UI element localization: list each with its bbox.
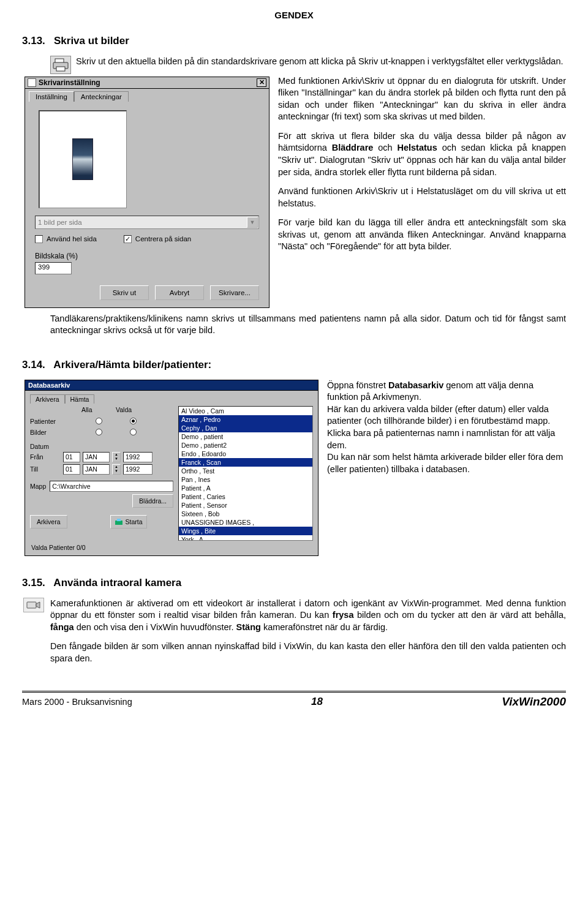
dialog2-status: Valda Patienter 0/0 — [30, 543, 313, 552]
printer-icon — [50, 56, 71, 74]
p315-b2: fånga — [50, 622, 74, 632]
list-item[interactable]: Ortho , Test — [179, 467, 312, 475]
start-button-label: Starta — [126, 518, 143, 525]
scale-input[interactable]: 399 — [35, 262, 72, 274]
from-year[interactable]: 1992 — [123, 452, 153, 462]
svg-rect-3 — [115, 521, 123, 525]
list-item[interactable]: Cephy , Dan — [179, 424, 312, 432]
svg-rect-4 — [117, 519, 121, 521]
dialog1-app-icon — [28, 78, 36, 87]
section-314-title: Arkivera/Hämta bilder/patienter: — [53, 359, 211, 371]
page-number: 18 — [311, 696, 323, 708]
section-314-text: Öppna fönstret Databasarkiv genom att vä… — [327, 380, 566, 476]
section-314-heading: 3.14. Arkivera/Hämta bilder/patienter: — [22, 359, 566, 371]
database-archive-dialog: Databasarkiv ArkiveraHämta Alla Valda Pa… — [24, 380, 318, 556]
list-item[interactable]: Sixteen , Bob — [179, 510, 312, 518]
dialog1-title: Skrivarinställning — [39, 78, 100, 87]
browse-button[interactable]: Bläddra... — [132, 494, 173, 508]
tab-hamta[interactable]: Hämta — [65, 394, 95, 404]
section-315-heading: 3.15. Använda intraoral kamera — [22, 577, 566, 589]
tab-installning[interactable]: Inställning — [29, 91, 74, 102]
patienter-valda-radio[interactable] — [130, 418, 137, 424]
section-314-num: 3.14. — [22, 359, 45, 371]
p3-bold2: Helstatus — [397, 143, 437, 152]
scale-label: Bildskala (%) — [35, 252, 259, 260]
print-button[interactable]: Skriv ut — [100, 285, 149, 300]
section-313-title: Skriva ut bilder — [54, 35, 129, 47]
to-label: Till — [30, 465, 61, 473]
chevron-down-icon[interactable]: ▼ — [247, 217, 258, 228]
p315e: kamerafönstret när du är färdig. — [261, 622, 388, 632]
list-item[interactable]: Patient , Sensor — [179, 501, 312, 510]
to-spinner[interactable]: ▲▼ — [112, 464, 121, 475]
preview-image — [72, 138, 93, 180]
p315-b3: Stäng — [236, 622, 261, 632]
list-item[interactable]: Demo , patient2 — [179, 441, 312, 450]
s314-b: genom att välja denna funktion på Arkivm… — [327, 380, 563, 474]
list-item[interactable]: Demo , patient — [179, 432, 312, 441]
dialog1-close-button[interactable]: ✕ — [257, 78, 266, 87]
cancel-button[interactable]: Avbryt — [155, 285, 204, 300]
row-bilder-label: Bilder — [30, 429, 81, 436]
tab-arkivera[interactable]: Arkivera — [30, 394, 65, 404]
center-on-page-checkbox[interactable]: ✓ — [124, 235, 132, 243]
section-315-p2: Den fångade bilden är som vilken annan n… — [50, 641, 566, 664]
to-month[interactable]: JAN — [83, 464, 110, 475]
list-item[interactable]: Al Video , Cam — [179, 407, 312, 415]
archive-button[interactable]: Arkivera — [30, 515, 67, 528]
section-313-p6: Tandläkarens/praktikens/klinikens namn s… — [50, 313, 566, 337]
svg-rect-5 — [27, 602, 36, 608]
camera-icon — [23, 598, 44, 612]
bilder-alla-radio[interactable] — [96, 429, 102, 435]
patienter-alla-radio[interactable] — [96, 418, 102, 424]
footer-left: Mars 2000 - Bruksanvisning — [22, 697, 132, 707]
to-day[interactable]: 01 — [63, 464, 80, 475]
list-item[interactable]: UNASSIGNED IMAGES , — [179, 518, 312, 527]
col-alla: Alla — [81, 406, 116, 413]
list-item[interactable]: Endo , Edoardo — [179, 450, 312, 458]
product-name: VixWin2000 — [502, 695, 566, 709]
col-valda: Valda — [116, 406, 150, 413]
dialog2-titlebar: Databasarkiv — [24, 380, 318, 391]
printer-button[interactable]: Skrivare... — [210, 285, 259, 300]
list-item[interactable]: Franck , Scan — [179, 458, 312, 467]
print-settings-dialog: Skrivarinställning ✕ InställningAnteckni… — [24, 77, 270, 308]
use-whole-page-checkbox[interactable] — [35, 235, 43, 243]
from-spinner[interactable]: ▲▼ — [112, 452, 121, 462]
combo-value: 1 bild per sida — [38, 219, 82, 226]
from-label: Från — [30, 453, 61, 461]
mapp-input[interactable]: C:\Wxarchive — [50, 481, 173, 492]
images-per-page-combo[interactable]: 1 bild per sida ▼ — [35, 216, 259, 229]
p315c: bilden och om du tycker att den är värd … — [353, 610, 566, 620]
p315d: den och visa den i VixWin huvudfönster. — [74, 622, 236, 632]
s314-a: Öppna fönstret — [327, 380, 388, 390]
section-315-title: Använda intraoral kamera — [53, 577, 181, 589]
footer-divider — [22, 691, 566, 693]
section-315-p1: Kamerafunktionen är aktiverad om ett vid… — [50, 598, 566, 634]
dialog1-tabstrip: InställningAnteckningar — [24, 89, 270, 102]
s314-bold: Databasarkiv — [388, 380, 443, 390]
print-preview — [39, 110, 127, 208]
section-315-num: 3.15. — [22, 577, 45, 589]
to-year[interactable]: 1992 — [123, 464, 153, 475]
section-313-heading: 3.13. Skriva ut bilder — [22, 35, 566, 47]
start-button[interactable]: Starta — [110, 515, 147, 528]
use-whole-page-label: Använd hel sida — [47, 235, 97, 243]
bilder-valda-radio[interactable] — [130, 429, 137, 435]
list-item[interactable]: York , A — [179, 535, 312, 541]
list-item[interactable]: Patient , A — [179, 484, 312, 492]
list-item[interactable]: Wings , Bite — [179, 527, 312, 535]
list-item[interactable]: Patient , Caries — [179, 492, 312, 501]
list-item[interactable]: Pan , Ines — [179, 475, 312, 484]
dialog1-titlebar: Skrivarinställning ✕ — [24, 77, 270, 89]
list-item[interactable]: Aznar , Pedro — [179, 415, 312, 424]
row-patienter-label: Patienter — [30, 418, 81, 425]
section-313-num: 3.13. — [22, 35, 45, 47]
from-month[interactable]: JAN — [83, 452, 110, 462]
svg-marker-6 — [36, 602, 40, 608]
page-footer: Mars 2000 - Bruksanvisning 18 VixWin2000 — [22, 695, 566, 709]
center-on-page-label: Centrera på sidan — [135, 235, 191, 243]
from-day[interactable]: 01 — [63, 452, 80, 462]
patient-listbox[interactable]: Al Video , CamAznar , PedroCephy , DanDe… — [178, 406, 313, 541]
tab-anteckningar[interactable]: Anteckningar — [74, 91, 129, 102]
